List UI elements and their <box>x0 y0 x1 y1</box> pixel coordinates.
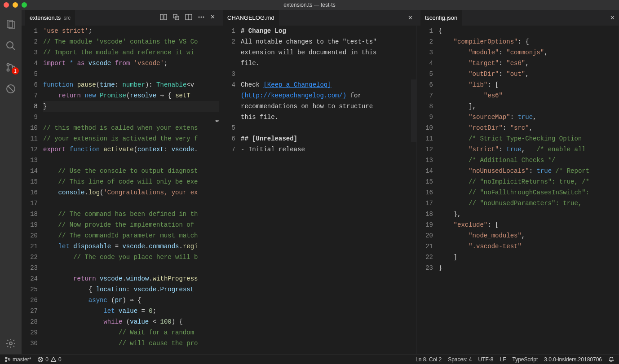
svg-rect-11 <box>164 14 167 20</box>
titlebar: extension.ts — test-ts <box>0 0 619 10</box>
code-3[interactable]: { "compilerOptions": { "module": "common… <box>438 26 619 354</box>
scm-badge: 1 <box>12 67 19 75</box>
editor-group-3: tsconfig.json ✕ 123456789101112131415161… <box>417 10 619 354</box>
editor-1[interactable]: 1234567891011121314151617181920212223242… <box>22 26 219 354</box>
svg-point-4 <box>7 64 9 66</box>
tab-path: src <box>63 15 71 21</box>
tab-filename: extension.ts <box>30 14 61 21</box>
warning-count: 0 <box>58 356 62 363</box>
eol-status[interactable]: LF <box>500 356 506 363</box>
more-actions-icon[interactable] <box>198 13 205 22</box>
activitybar: 1 <box>0 10 22 354</box>
debug-icon[interactable] <box>0 78 22 100</box>
close-tab-icon[interactable]: ✕ <box>210 13 215 22</box>
gutter-1: 1234567891011121314151617181920212223242… <box>22 26 43 354</box>
statusbar: master* 0 0 Ln 8, Col 2 Spaces: 4 UTF-8 … <box>0 354 619 364</box>
settings-gear-icon[interactable] <box>0 333 22 354</box>
svg-point-16 <box>199 17 200 18</box>
tab-filename: CHANGELOG.md <box>227 14 274 21</box>
tabs-2: CHANGELOG.md ✕ <box>219 10 416 26</box>
code-1[interactable]: 'use strict';// The module 'vscode' cont… <box>43 26 219 354</box>
editor-3[interactable]: 1234567891011121314151617181920212223 { … <box>417 26 619 354</box>
svg-point-17 <box>201 17 202 18</box>
close-tab-icon[interactable]: ✕ <box>408 14 413 21</box>
tabs-3: tsconfig.json ✕ <box>417 10 619 26</box>
editor-group-2: CHANGELOG.md ✕ 1234567 # Change LogAll n… <box>219 10 417 354</box>
version-status[interactable]: 3.0.0-insiders.20180706 <box>544 356 602 363</box>
svg-point-21 <box>9 359 10 360</box>
tab-changelog-md[interactable]: CHANGELOG.md <box>223 10 279 26</box>
svg-rect-10 <box>160 14 163 20</box>
error-count: 0 <box>45 356 49 363</box>
split-handle-icon[interactable]: ⇼ <box>215 115 219 123</box>
explorer-icon[interactable] <box>0 13 22 35</box>
svg-point-18 <box>203 17 204 18</box>
window-maximize-button[interactable] <box>22 2 27 8</box>
indentation-status[interactable]: Spaces: 4 <box>448 356 472 363</box>
code-2[interactable]: # Change LogAll notable changes to the "… <box>241 26 416 354</box>
notifications-bell-icon[interactable] <box>608 356 615 363</box>
svg-line-8 <box>8 86 14 92</box>
svg-point-19 <box>5 357 7 359</box>
editor-group-1: extension.ts src ✕ 123456789101112131415… <box>22 10 219 354</box>
tab-extension-ts[interactable]: extension.ts src <box>25 10 75 26</box>
svg-point-9 <box>9 342 12 345</box>
svg-point-2 <box>7 42 13 48</box>
split-editor-icon[interactable] <box>185 13 192 22</box>
language-status[interactable]: TypeScript <box>513 356 538 363</box>
gutter-3: 1234567891011121314151617181920212223 <box>417 26 438 354</box>
svg-point-20 <box>5 360 7 362</box>
svg-point-5 <box>7 69 9 71</box>
tabs-1: extension.ts src ✕ <box>22 10 219 26</box>
search-icon[interactable] <box>0 35 22 57</box>
tab-tsconfig-json[interactable]: tsconfig.json <box>420 10 462 26</box>
tab-filename: tsconfig.json <box>425 14 457 21</box>
close-tab-icon[interactable]: ✕ <box>610 14 615 21</box>
branch-status[interactable]: master* <box>4 356 31 363</box>
gutter-2: 1234567 <box>219 26 241 354</box>
source-control-icon[interactable]: 1 <box>0 57 22 78</box>
window-close-button[interactable] <box>4 2 9 8</box>
cursor-position[interactable]: Ln 8, Col 2 <box>416 356 442 363</box>
compare-changes-icon[interactable] <box>160 13 167 22</box>
encoding-status[interactable]: UTF-8 <box>478 356 494 363</box>
open-changes-icon[interactable] <box>172 13 180 22</box>
svg-line-3 <box>12 47 15 50</box>
problems-status[interactable]: 0 0 <box>37 356 61 363</box>
minimap[interactable] <box>411 79 416 142</box>
window-title: extension.ts — test-ts <box>283 2 335 8</box>
editor-2[interactable]: 1234567 # Change LogAll notable changes … <box>219 26 416 354</box>
branch-name: master* <box>13 356 31 363</box>
window-minimize-button[interactable] <box>13 2 18 8</box>
